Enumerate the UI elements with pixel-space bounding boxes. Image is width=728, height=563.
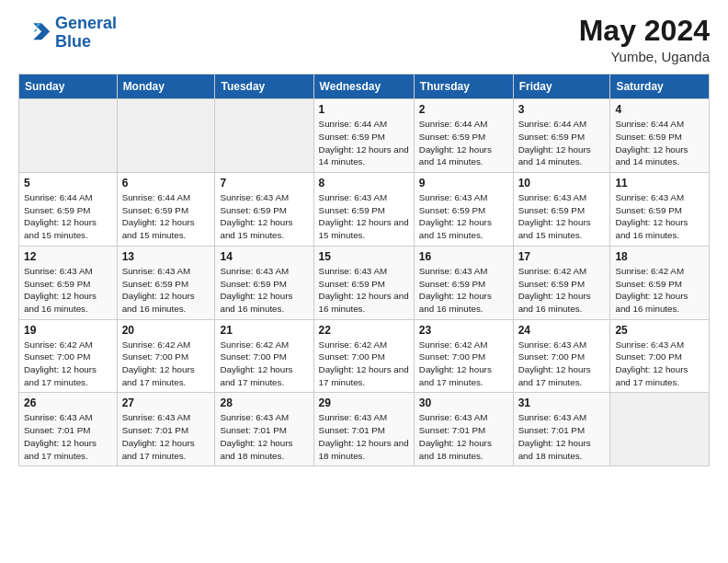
- day-number: 15: [319, 250, 409, 263]
- calendar-cell: 26Sunrise: 6:43 AMSunset: 7:01 PMDayligh…: [19, 393, 118, 466]
- logo: General Blue: [18, 15, 117, 52]
- calendar-cell: 28Sunrise: 6:43 AMSunset: 7:01 PMDayligh…: [215, 393, 313, 466]
- header: General Blue May 2024 Yumbe, Uganda: [18, 15, 710, 64]
- day-number: 30: [419, 396, 508, 409]
- calendar-cell: 4Sunrise: 6:44 AMSunset: 6:59 PMDaylight…: [610, 99, 710, 173]
- day-info: Sunrise: 6:43 AMSunset: 6:59 PMDaylight:…: [419, 265, 508, 316]
- logo-icon: [18, 17, 51, 50]
- day-number: 10: [518, 177, 606, 190]
- day-info: Sunrise: 6:43 AMSunset: 7:01 PMDaylight:…: [419, 411, 508, 462]
- day-info: Sunrise: 6:43 AMSunset: 6:59 PMDaylight:…: [220, 265, 308, 316]
- day-info: Sunrise: 6:43 AMSunset: 6:59 PMDaylight:…: [319, 265, 409, 316]
- calendar-cell: 24Sunrise: 6:43 AMSunset: 7:00 PMDayligh…: [513, 319, 610, 393]
- page: General Blue May 2024 Yumbe, Uganda Sund…: [0, 0, 728, 563]
- calendar-cell: 20Sunrise: 6:42 AMSunset: 7:00 PMDayligh…: [117, 319, 215, 393]
- calendar-cell: 16Sunrise: 6:43 AMSunset: 6:59 PMDayligh…: [414, 246, 513, 319]
- day-number: 5: [24, 177, 112, 190]
- calendar-week-1: 1Sunrise: 6:44 AMSunset: 6:59 PMDaylight…: [19, 99, 710, 173]
- day-info: Sunrise: 6:43 AMSunset: 6:59 PMDaylight:…: [615, 191, 704, 242]
- day-number: 20: [122, 324, 210, 337]
- day-number: 3: [518, 103, 606, 116]
- calendar-cell: [19, 99, 118, 173]
- calendar-cell: 2Sunrise: 6:44 AMSunset: 6:59 PMDaylight…: [414, 99, 513, 173]
- day-info: Sunrise: 6:42 AMSunset: 7:00 PMDaylight:…: [220, 339, 308, 389]
- day-info: Sunrise: 6:44 AMSunset: 6:59 PMDaylight:…: [518, 118, 606, 168]
- day-info: Sunrise: 6:42 AMSunset: 7:00 PMDaylight:…: [319, 339, 409, 389]
- calendar-cell: 22Sunrise: 6:42 AMSunset: 7:00 PMDayligh…: [313, 319, 414, 393]
- logo-text: General Blue: [55, 15, 117, 52]
- calendar-cell: 8Sunrise: 6:43 AMSunset: 6:59 PMDaylight…: [313, 173, 414, 247]
- day-info: Sunrise: 6:42 AMSunset: 7:00 PMDaylight:…: [419, 339, 508, 389]
- calendar-cell: 15Sunrise: 6:43 AMSunset: 6:59 PMDayligh…: [313, 246, 414, 319]
- day-info: Sunrise: 6:42 AMSunset: 7:00 PMDaylight:…: [24, 339, 112, 389]
- title-block: May 2024 Yumbe, Uganda: [579, 15, 710, 64]
- calendar-cell: 10Sunrise: 6:43 AMSunset: 6:59 PMDayligh…: [513, 173, 610, 247]
- calendar-cell: 9Sunrise: 6:43 AMSunset: 6:59 PMDaylight…: [414, 173, 513, 247]
- day-number: 1: [319, 103, 409, 116]
- calendar-cell: 6Sunrise: 6:44 AMSunset: 6:59 PMDaylight…: [117, 173, 215, 247]
- calendar-cell: 27Sunrise: 6:43 AMSunset: 7:01 PMDayligh…: [117, 393, 215, 466]
- calendar-cell: 19Sunrise: 6:42 AMSunset: 7:00 PMDayligh…: [19, 319, 118, 393]
- day-info: Sunrise: 6:43 AMSunset: 7:01 PMDaylight:…: [220, 411, 308, 462]
- calendar-cell: [610, 393, 710, 466]
- calendar-cell: 23Sunrise: 6:42 AMSunset: 7:00 PMDayligh…: [414, 319, 513, 393]
- day-number: 28: [220, 396, 308, 409]
- day-number: 9: [419, 177, 508, 190]
- calendar-header-tuesday: Tuesday: [215, 75, 313, 99]
- day-info: Sunrise: 6:43 AMSunset: 7:00 PMDaylight:…: [518, 339, 606, 389]
- day-number: 31: [518, 396, 606, 409]
- day-number: 21: [220, 324, 308, 337]
- calendar-week-2: 5Sunrise: 6:44 AMSunset: 6:59 PMDaylight…: [19, 173, 710, 247]
- day-info: Sunrise: 6:42 AMSunset: 6:59 PMDaylight:…: [518, 265, 606, 316]
- calendar-header-friday: Friday: [513, 75, 610, 99]
- calendar-cell: 1Sunrise: 6:44 AMSunset: 6:59 PMDaylight…: [313, 99, 414, 173]
- day-number: 24: [518, 324, 606, 337]
- day-info: Sunrise: 6:43 AMSunset: 6:59 PMDaylight:…: [122, 265, 210, 316]
- day-info: Sunrise: 6:42 AMSunset: 6:59 PMDaylight:…: [615, 265, 704, 316]
- day-info: Sunrise: 6:43 AMSunset: 7:01 PMDaylight:…: [122, 411, 210, 462]
- calendar-header-sunday: Sunday: [19, 75, 118, 99]
- calendar-cell: 14Sunrise: 6:43 AMSunset: 6:59 PMDayligh…: [215, 246, 313, 319]
- day-info: Sunrise: 6:43 AMSunset: 6:59 PMDaylight:…: [24, 265, 112, 316]
- calendar-cell: [215, 99, 313, 173]
- day-info: Sunrise: 6:43 AMSunset: 7:01 PMDaylight:…: [319, 411, 409, 462]
- calendar-cell: 5Sunrise: 6:44 AMSunset: 6:59 PMDaylight…: [19, 173, 118, 247]
- calendar-cell: 25Sunrise: 6:43 AMSunset: 7:00 PMDayligh…: [610, 319, 710, 393]
- day-number: 22: [319, 324, 409, 337]
- day-info: Sunrise: 6:43 AMSunset: 7:01 PMDaylight:…: [24, 411, 112, 462]
- calendar-cell: 12Sunrise: 6:43 AMSunset: 6:59 PMDayligh…: [19, 246, 118, 319]
- day-info: Sunrise: 6:44 AMSunset: 6:59 PMDaylight:…: [419, 118, 508, 168]
- calendar-header-saturday: Saturday: [610, 75, 710, 99]
- calendar-cell: 13Sunrise: 6:43 AMSunset: 6:59 PMDayligh…: [117, 246, 215, 319]
- calendar-header-wednesday: Wednesday: [313, 75, 414, 99]
- day-info: Sunrise: 6:43 AMSunset: 6:59 PMDaylight:…: [319, 191, 409, 242]
- location: Yumbe, Uganda: [579, 49, 710, 64]
- day-info: Sunrise: 6:43 AMSunset: 7:00 PMDaylight:…: [615, 339, 704, 389]
- day-number: 26: [24, 396, 112, 409]
- calendar-week-5: 26Sunrise: 6:43 AMSunset: 7:01 PMDayligh…: [19, 393, 710, 466]
- day-number: 14: [220, 250, 308, 263]
- calendar-week-3: 12Sunrise: 6:43 AMSunset: 6:59 PMDayligh…: [19, 246, 710, 319]
- calendar-cell: 21Sunrise: 6:42 AMSunset: 7:00 PMDayligh…: [215, 319, 313, 393]
- day-info: Sunrise: 6:42 AMSunset: 7:00 PMDaylight:…: [122, 339, 210, 389]
- day-info: Sunrise: 6:44 AMSunset: 6:59 PMDaylight:…: [319, 118, 409, 168]
- day-number: 29: [319, 396, 409, 409]
- day-info: Sunrise: 6:44 AMSunset: 6:59 PMDaylight:…: [122, 191, 210, 242]
- calendar-header-monday: Monday: [117, 75, 215, 99]
- day-number: 13: [122, 250, 210, 263]
- day-info: Sunrise: 6:43 AMSunset: 6:59 PMDaylight:…: [419, 191, 508, 242]
- calendar-cell: 31Sunrise: 6:43 AMSunset: 7:01 PMDayligh…: [513, 393, 610, 466]
- day-number: 8: [319, 177, 409, 190]
- day-number: 12: [24, 250, 112, 263]
- day-info: Sunrise: 6:43 AMSunset: 6:59 PMDaylight:…: [220, 191, 308, 242]
- day-number: 23: [419, 324, 508, 337]
- calendar-table: SundayMondayTuesdayWednesdayThursdayFrid…: [18, 74, 710, 466]
- day-number: 18: [615, 250, 704, 263]
- calendar-cell: 11Sunrise: 6:43 AMSunset: 6:59 PMDayligh…: [610, 173, 710, 247]
- calendar-cell: 29Sunrise: 6:43 AMSunset: 7:01 PMDayligh…: [313, 393, 414, 466]
- day-number: 17: [518, 250, 606, 263]
- day-number: 27: [122, 396, 210, 409]
- day-number: 6: [122, 177, 210, 190]
- day-number: 19: [24, 324, 112, 337]
- month-year: May 2024: [579, 15, 710, 47]
